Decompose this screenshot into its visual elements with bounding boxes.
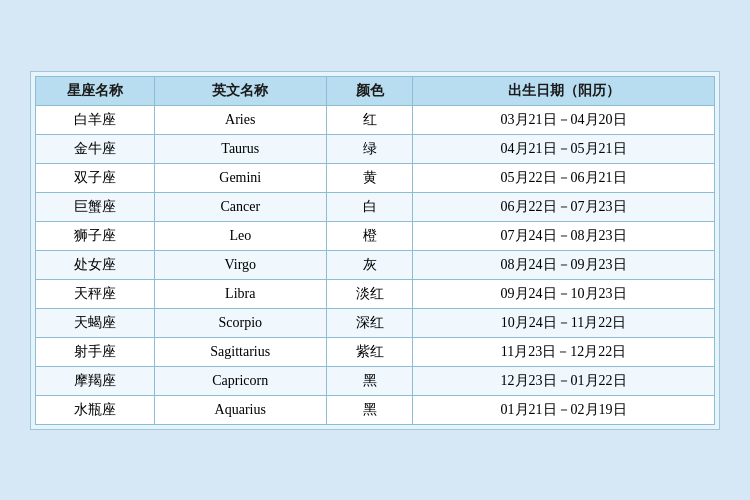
cell-zh: 白羊座 xyxy=(36,105,155,134)
table-row: 天蝎座Scorpio深红10月24日－11月22日 xyxy=(36,308,715,337)
header-color: 颜色 xyxy=(326,76,412,105)
cell-zh: 巨蟹座 xyxy=(36,192,155,221)
header-date: 出生日期（阳历） xyxy=(413,76,715,105)
cell-color: 黑 xyxy=(326,366,412,395)
cell-color: 黄 xyxy=(326,163,412,192)
cell-zh: 天秤座 xyxy=(36,279,155,308)
cell-zh: 天蝎座 xyxy=(36,308,155,337)
zodiac-table: 星座名称 英文名称 颜色 出生日期（阳历） 白羊座Aries红03月21日－04… xyxy=(35,76,715,425)
cell-en: Gemini xyxy=(154,163,326,192)
cell-en: Virgo xyxy=(154,250,326,279)
cell-en: Leo xyxy=(154,221,326,250)
cell-en: Aquarius xyxy=(154,395,326,424)
cell-zh: 双子座 xyxy=(36,163,155,192)
cell-date: 07月24日－08月23日 xyxy=(413,221,715,250)
cell-date: 05月22日－06月21日 xyxy=(413,163,715,192)
cell-en: Capricorn xyxy=(154,366,326,395)
cell-zh: 狮子座 xyxy=(36,221,155,250)
header-en: 英文名称 xyxy=(154,76,326,105)
cell-date: 10月24日－11月22日 xyxy=(413,308,715,337)
cell-color: 白 xyxy=(326,192,412,221)
cell-date: 04月21日－05月21日 xyxy=(413,134,715,163)
cell-color: 灰 xyxy=(326,250,412,279)
cell-color: 紫红 xyxy=(326,337,412,366)
cell-en: Taurus xyxy=(154,134,326,163)
table-row: 天秤座Libra淡红09月24日－10月23日 xyxy=(36,279,715,308)
header-zh: 星座名称 xyxy=(36,76,155,105)
cell-zh: 金牛座 xyxy=(36,134,155,163)
cell-zh: 摩羯座 xyxy=(36,366,155,395)
table-row: 射手座Sagittarius紫红11月23日－12月22日 xyxy=(36,337,715,366)
table-header-row: 星座名称 英文名称 颜色 出生日期（阳历） xyxy=(36,76,715,105)
cell-color: 深红 xyxy=(326,308,412,337)
cell-color: 淡红 xyxy=(326,279,412,308)
table-row: 金牛座Taurus绿04月21日－05月21日 xyxy=(36,134,715,163)
table-row: 双子座Gemini黄05月22日－06月21日 xyxy=(36,163,715,192)
table-row: 巨蟹座Cancer白06月22日－07月23日 xyxy=(36,192,715,221)
cell-date: 06月22日－07月23日 xyxy=(413,192,715,221)
cell-zh: 水瓶座 xyxy=(36,395,155,424)
zodiac-table-container: 星座名称 英文名称 颜色 出生日期（阳历） 白羊座Aries红03月21日－04… xyxy=(30,71,720,430)
cell-color: 黑 xyxy=(326,395,412,424)
cell-color: 红 xyxy=(326,105,412,134)
cell-date: 03月21日－04月20日 xyxy=(413,105,715,134)
cell-en: Aries xyxy=(154,105,326,134)
table-row: 摩羯座Capricorn黑12月23日－01月22日 xyxy=(36,366,715,395)
cell-zh: 射手座 xyxy=(36,337,155,366)
table-row: 狮子座Leo橙07月24日－08月23日 xyxy=(36,221,715,250)
cell-en: Libra xyxy=(154,279,326,308)
cell-color: 橙 xyxy=(326,221,412,250)
cell-en: Cancer xyxy=(154,192,326,221)
cell-date: 11月23日－12月22日 xyxy=(413,337,715,366)
cell-en: Scorpio xyxy=(154,308,326,337)
cell-date: 08月24日－09月23日 xyxy=(413,250,715,279)
cell-date: 01月21日－02月19日 xyxy=(413,395,715,424)
cell-en: Sagittarius xyxy=(154,337,326,366)
table-body: 白羊座Aries红03月21日－04月20日金牛座Taurus绿04月21日－0… xyxy=(36,105,715,424)
table-row: 白羊座Aries红03月21日－04月20日 xyxy=(36,105,715,134)
table-row: 水瓶座Aquarius黑01月21日－02月19日 xyxy=(36,395,715,424)
cell-date: 12月23日－01月22日 xyxy=(413,366,715,395)
cell-date: 09月24日－10月23日 xyxy=(413,279,715,308)
table-row: 处女座Virgo灰08月24日－09月23日 xyxy=(36,250,715,279)
cell-zh: 处女座 xyxy=(36,250,155,279)
cell-color: 绿 xyxy=(326,134,412,163)
